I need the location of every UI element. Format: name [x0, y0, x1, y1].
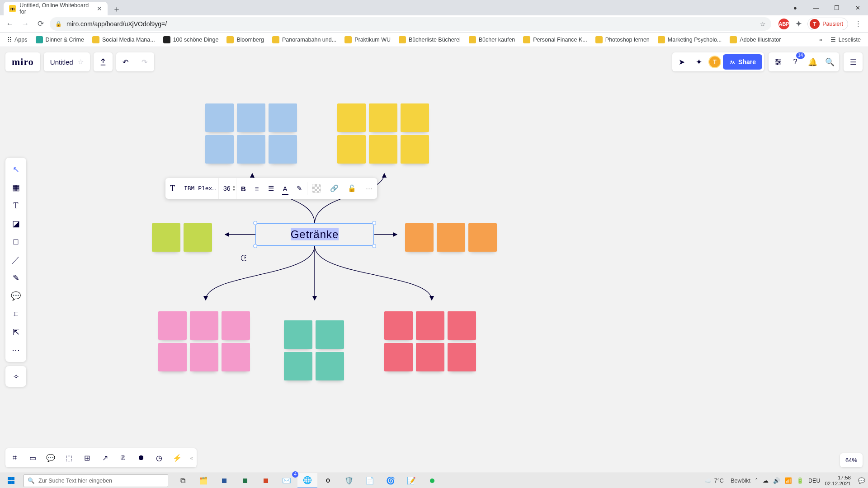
omnibox[interactable]: 🔒 miro.com/app/board/uXjVOdol9yg=/ ☆ [50, 17, 771, 31]
action-center-icon[interactable]: 💬 [858, 477, 865, 484]
sticky-note[interactable] [222, 343, 250, 371]
resize-handle-se[interactable] [372, 244, 376, 248]
bold-button[interactable]: B [236, 178, 250, 199]
sticky-note[interactable] [190, 311, 218, 340]
sticky-note[interactable] [222, 311, 250, 340]
bookmark-item[interactable]: Bücherliste Bücherei [396, 34, 463, 45]
browser-tab-active[interactable]: m Untitled, Online Whiteboard for ✕ [4, 2, 108, 15]
nav-forward-icon[interactable]: → [19, 18, 32, 30]
more-tools-icon[interactable]: ⋯ [5, 341, 26, 359]
record-icon[interactable]: ⏺ [132, 448, 150, 467]
powerpoint-icon[interactable] [256, 473, 276, 488]
more-options-icon[interactable]: ⋯ [361, 178, 377, 199]
redo-button[interactable]: ↷ [135, 52, 154, 71]
apps-shortcut[interactable]: ⠿Apps [5, 34, 30, 45]
app-icon-1[interactable]: 🛡️ [339, 473, 359, 488]
screen-share-icon[interactable]: ⎚ [114, 448, 132, 467]
bookmark-item[interactable]: Bücher kaufen [466, 34, 518, 45]
fill-color-button[interactable] [307, 178, 326, 199]
upload-tool[interactable]: ⇱ [5, 323, 26, 341]
window-minimize-icon[interactable]: — [806, 0, 826, 15]
reactions-icon[interactable]: ✦ [691, 54, 707, 70]
nav-reload-icon[interactable]: ⟳ [34, 18, 47, 30]
mail-icon[interactable]: ✉️ [277, 473, 297, 488]
file-explorer-icon[interactable]: 🗂️ [193, 473, 213, 488]
sticky-note[interactable] [384, 343, 413, 371]
shape-tool[interactable]: □ [5, 233, 26, 251]
spotify-icon[interactable] [422, 473, 442, 488]
weather-widget[interactable]: ☁️ 7°C Bewölkt [704, 477, 750, 484]
resize-handle-sw[interactable] [253, 244, 257, 248]
bolt-icon[interactable]: ⚡ [168, 448, 186, 467]
bookmarks-overflow-icon[interactable]: » [816, 35, 825, 45]
nav-back-icon[interactable]: ← [4, 18, 16, 30]
sticky-note[interactable] [152, 223, 180, 252]
taskbar-search[interactable]: 🔍 Zur Suche Text hier eingeben [24, 474, 168, 487]
sticky-note[interactable] [190, 343, 218, 371]
start-button[interactable] [0, 473, 22, 488]
app-icon-2[interactable]: 📄 [360, 473, 380, 488]
line-tool[interactable]: ／ [5, 251, 26, 269]
edge-icon[interactable]: 🌀 [381, 473, 401, 488]
select-tool[interactable]: ↖ [5, 160, 26, 178]
share-out-icon[interactable]: ↗ [96, 448, 114, 467]
sticky-note[interactable] [284, 352, 312, 380]
collapse-chevron-icon[interactable]: « [186, 455, 197, 461]
bookmark-item[interactable]: Personal Finance K... [520, 34, 590, 45]
obs-icon[interactable]: ⭘ [318, 473, 338, 488]
text-tool[interactable]: T [5, 197, 26, 215]
battery-icon[interactable]: 🔋 [797, 477, 804, 484]
bookmark-item[interactable]: Marketing Psycholo... [655, 34, 725, 45]
comments-panel-icon[interactable]: 💬 [42, 448, 60, 467]
link-button[interactable]: 🔗 [326, 178, 343, 199]
sticky-note[interactable] [448, 343, 476, 371]
window-close-icon[interactable]: ✕ [847, 0, 868, 15]
sticky-note[interactable] [205, 103, 234, 132]
frames-panel-icon[interactable]: ⌗ [5, 448, 24, 467]
bookmark-star-icon[interactable]: ☆ [760, 20, 766, 28]
notifications-bell-icon[interactable]: 🔔 [805, 54, 820, 70]
extensions-puzzle-icon[interactable]: ✦ [793, 19, 804, 29]
sticky-note[interactable] [269, 103, 297, 132]
bookmark-item[interactable]: Panoramabahn und... [269, 34, 339, 45]
sticky-note[interactable] [158, 311, 187, 340]
export-button[interactable] [94, 52, 113, 71]
sticky-note[interactable] [416, 311, 444, 340]
excel-icon[interactable] [235, 473, 255, 488]
resize-handle-nw[interactable] [253, 221, 257, 225]
bookmark-item[interactable]: Praktikum WU [342, 34, 393, 45]
templates-tool[interactable]: ▦ [5, 178, 26, 197]
sticky-note[interactable] [269, 135, 297, 164]
sticky-note[interactable] [405, 223, 434, 252]
board-title-chip[interactable]: Untitled☆ [44, 52, 90, 71]
help-button[interactable]: ? [788, 54, 803, 70]
tab-close-icon[interactable]: ✕ [97, 5, 102, 12]
sticky-note[interactable] [237, 103, 265, 132]
sticky-note[interactable] [237, 135, 265, 164]
logo-card[interactable]: miro [5, 52, 40, 71]
sticky-note-tool[interactable]: ◪ [5, 215, 26, 233]
bookmark-item[interactable]: Dinner & Crime [33, 34, 87, 45]
sticky-note[interactable] [316, 320, 344, 349]
timer-icon[interactable]: ◷ [150, 448, 168, 467]
presentation-icon[interactable]: ▭ [24, 448, 42, 467]
sticky-note[interactable] [316, 352, 344, 380]
sticky-note[interactable] [205, 135, 234, 164]
sticky-note[interactable] [337, 103, 366, 132]
bookmark-item[interactable]: Adobe Illustrator [727, 34, 783, 45]
chrome-menu-icon[interactable]: ⋮ [852, 18, 864, 30]
activity-panel-icon[interactable]: ☰ [844, 52, 863, 71]
word-icon[interactable] [214, 473, 234, 488]
sticky-note[interactable] [184, 223, 212, 252]
volume-icon[interactable]: 🔊 [773, 477, 780, 484]
sticky-note[interactable] [416, 343, 444, 371]
font-size-input[interactable]: 36 ▲▼ [218, 178, 236, 199]
reading-list-button[interactable]: ☰Leseliste [828, 34, 863, 45]
bookmark-item[interactable]: 100 schöne Dinge [160, 34, 222, 45]
favorite-star-icon[interactable]: ☆ [78, 58, 84, 66]
settings-sliders-icon[interactable] [770, 54, 786, 70]
font-family-select[interactable]: IBM Plex… [179, 178, 218, 199]
miro-canvas[interactable]: Getränke T IBM Plex… 36 ▲▼ B ≡ ☰ A ✎ 🔗 🔓 [0, 47, 868, 473]
bookmark-item[interactable]: Social Media Mana... [90, 34, 158, 45]
cursor-mode-icon[interactable]: ➤ [674, 54, 689, 70]
